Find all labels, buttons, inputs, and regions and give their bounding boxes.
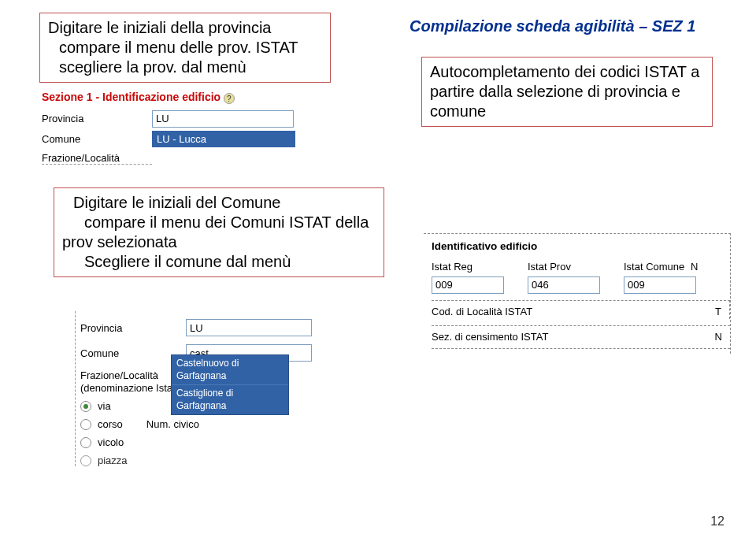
label-line: (denominazione Istat) — [80, 382, 179, 394]
label-comune: Comune — [42, 133, 152, 145]
radio-corso[interactable] — [80, 419, 91, 430]
col-istat-comune: Istat Comune N — [624, 259, 702, 294]
identificativo-edificio-panel: Identificativo edificio Istat Reg Istat … — [424, 233, 731, 354]
callout-line: Digitare le iniziali del Comune — [62, 193, 376, 213]
label-provincia: Provincia — [76, 322, 186, 334]
ident-columns: Istat Reg Istat Prov Istat Comune N — [432, 259, 722, 294]
col-istat-prov: Istat Prov — [528, 259, 606, 294]
callout-line: compare il menu delle prov. ISTAT — [48, 38, 322, 58]
label-istat-prov: Istat Prov — [528, 259, 606, 275]
callout-line: Scegliere il comune dal menù — [62, 252, 376, 272]
label-num-civico: Num. civico — [146, 418, 199, 430]
callout-line: prov selezionata — [62, 232, 376, 252]
input-provincia-2[interactable] — [186, 319, 312, 336]
callout-line: Autocompletamento dei codici ISTAT a — [430, 62, 704, 82]
label-cod-localita: Cod. di Località ISTAT — [432, 304, 532, 320]
radio-vicolo[interactable] — [80, 437, 91, 448]
row-frazione: Frazione/Località — [42, 152, 365, 165]
slide-title: Compilazione scheda agibilità – SEZ 1 — [410, 17, 721, 35]
callout-provincia-instructions: Digitare le iniziali della provincia com… — [39, 13, 331, 83]
suggestion-line: Castelnuovo di — [176, 358, 239, 369]
callout-comune-instructions: Digitare le iniziali del Comune compare … — [54, 187, 384, 277]
label-provincia: Provincia — [42, 113, 152, 124]
label-frazione: Frazione/Località — [42, 152, 152, 165]
suggestion-line: Garfagnana — [176, 400, 226, 411]
input-istat-reg[interactable] — [432, 276, 504, 294]
row-provincia: Provincia — [42, 110, 365, 128]
radio-row-vicolo: vicolo — [76, 436, 374, 448]
callout-line: comune — [430, 102, 704, 121]
row-sez-censimento: Sez. di censimento ISTAT N — [432, 325, 730, 349]
radio-label-piazza: piazza — [98, 455, 128, 466]
label-line: Frazione/Località — [80, 369, 158, 381]
ident-title: Identificativo edificio — [432, 239, 722, 254]
section-title: Sezione 1 - Identificazione edificio — [42, 91, 220, 103]
label-sez-censimento: Sez. di censimento ISTAT — [432, 329, 548, 345]
input-istat-prov[interactable] — [528, 276, 600, 294]
suggestion-line: Castiglione di — [176, 388, 233, 399]
col-istat-reg: Istat Reg — [432, 259, 510, 294]
input-istat-comune[interactable] — [624, 276, 696, 294]
form-sezione-1: Sezione 1 - Identificazione edificio ? P… — [42, 91, 365, 165]
input-provincia[interactable] — [152, 110, 294, 128]
row-comune: Comune LU - Lucca — [42, 131, 365, 147]
radio-label-corso: corso — [98, 418, 123, 430]
comune-suggestions-dropdown: Castelnuovo di Garfagnana Castiglione di… — [171, 354, 289, 415]
radio-piazza[interactable] — [80, 455, 91, 466]
help-icon[interactable]: ? — [224, 93, 235, 104]
label-n: N — [715, 329, 722, 345]
radio-via[interactable] — [80, 401, 91, 412]
radio-row-corso: corso Num. civico — [76, 418, 374, 430]
suggestion-line: Garfagnana — [176, 370, 226, 381]
label-istat-comune: Istat Comune N — [624, 259, 702, 275]
page-number: 12 — [710, 514, 724, 529]
radio-row-piazza: piazza — [76, 455, 374, 466]
row-provincia-2: Provincia — [76, 319, 374, 336]
label-comune: Comune — [76, 347, 186, 359]
label-t: T — [715, 304, 721, 320]
dropdown-option-lucca[interactable]: LU - Lucca — [152, 131, 295, 147]
radio-label-vicolo: vicolo — [98, 436, 124, 448]
callout-line: Digitare le iniziali della provincia — [48, 18, 322, 38]
radio-label-via: via — [98, 400, 111, 412]
label-istat-reg: Istat Reg — [432, 259, 510, 275]
label-frazione-2: Frazione/Località (denominazione Istat) — [76, 369, 186, 394]
section-heading: Sezione 1 - Identificazione edificio ? — [42, 91, 365, 104]
field-provincia — [152, 110, 365, 128]
callout-line: scegliere la prov. dal menù — [48, 58, 322, 77]
callout-line: compare il menu dei Comuni ISTAT della — [62, 213, 376, 232]
callout-line: partire dalla selezione di provincia e — [430, 82, 704, 102]
suggestion-castiglione[interactable]: Castiglione di Garfagnana — [172, 385, 288, 414]
row-cod-localita: Cod. di Località ISTAT T — [432, 300, 730, 320]
field-comune: LU - Lucca — [152, 131, 365, 147]
callout-autocompletamento: Autocompletamento dei codici ISTAT a par… — [421, 57, 713, 127]
suggestion-castelnuovo[interactable]: Castelnuovo di Garfagnana — [172, 355, 288, 385]
